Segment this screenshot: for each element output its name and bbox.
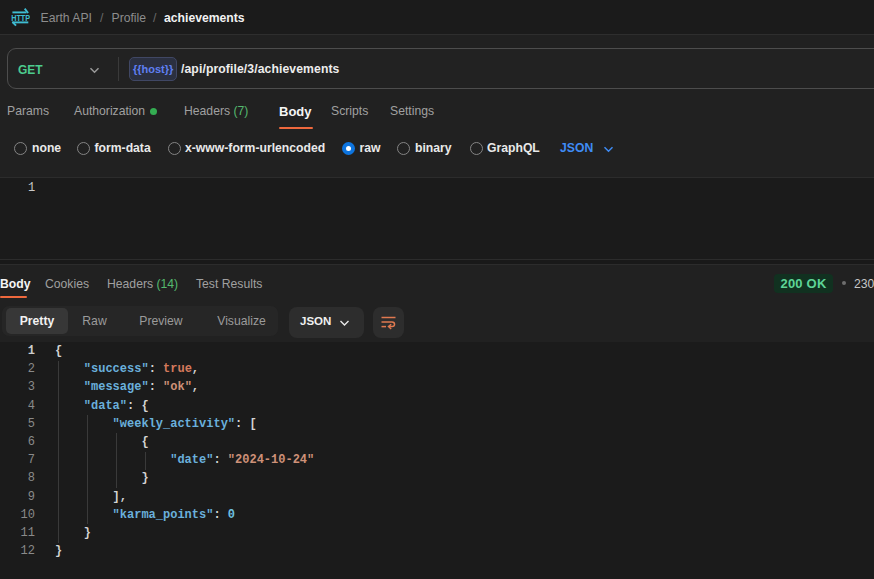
- svg-text:HTTP: HTTP: [11, 11, 30, 22]
